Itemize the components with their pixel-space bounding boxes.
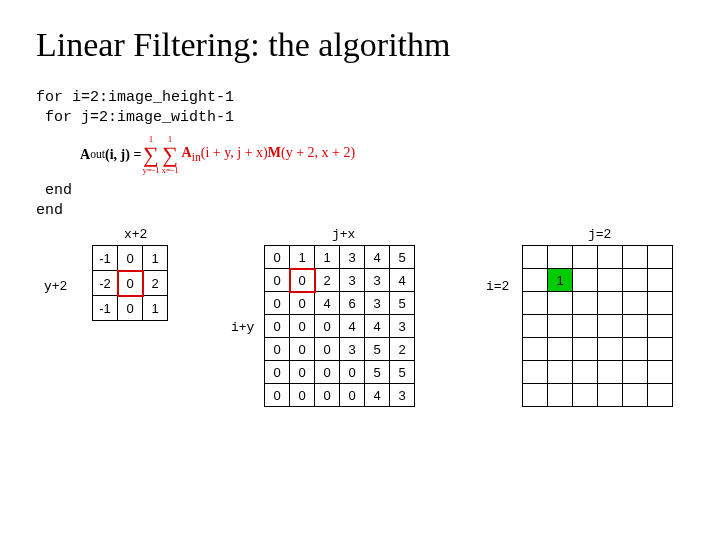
image-cell: 5 — [365, 338, 390, 361]
code-line-4: end — [36, 202, 63, 219]
kernel-cell: 0 — [118, 296, 143, 321]
formula-sums: 1 ∑ y=-1 1 ∑ x=-1 — [141, 135, 179, 175]
output-cell: 1 — [548, 269, 573, 292]
image-cell: 0 — [265, 292, 290, 315]
image-cell: 3 — [340, 338, 365, 361]
formula-rhs: Ain(i + y, j + x)M(y + 2, x + 2) — [182, 145, 356, 164]
label-j-eq-2: j=2 — [588, 227, 611, 242]
rhs-A: A — [182, 145, 192, 160]
output-cell — [648, 361, 673, 384]
code-line-3: end — [36, 182, 72, 199]
image-cell: 4 — [390, 269, 415, 292]
image-cell: 0 — [290, 361, 315, 384]
output-cell — [573, 384, 598, 407]
output-cell — [623, 384, 648, 407]
image-cell: 6 — [340, 292, 365, 315]
image-cell: 0 — [265, 384, 290, 407]
formula: Aout(i, j) = 1 ∑ y=-1 1 ∑ x=-1 Ain(i + y… — [80, 131, 684, 179]
image-cell: 3 — [365, 269, 390, 292]
sum-y-bot: y=-1 — [142, 166, 159, 175]
image-cell: 0 — [265, 338, 290, 361]
image-cell: 0 — [315, 384, 340, 407]
image-cell: 4 — [365, 246, 390, 269]
sum-y: 1 ∑ y=-1 — [142, 135, 159, 175]
image-cell: 0 — [290, 269, 315, 292]
image-cell: 0 — [265, 246, 290, 269]
image-cell: 0 — [290, 384, 315, 407]
output-cell — [548, 361, 573, 384]
output-cell — [548, 292, 573, 315]
kernel-cell: -1 — [93, 296, 118, 321]
output-cell — [648, 315, 673, 338]
code-line-1: for i=2:image_height-1 — [36, 89, 234, 106]
output-cell — [548, 384, 573, 407]
output-cell — [573, 269, 598, 292]
kernel-cell: 1 — [143, 296, 168, 321]
output-cell — [598, 269, 623, 292]
output-cell — [648, 338, 673, 361]
label-y-plus-2: y+2 — [44, 279, 67, 294]
image-cell: 0 — [315, 338, 340, 361]
image-cell: 2 — [390, 338, 415, 361]
output-cell — [598, 384, 623, 407]
kernel-cell: -2 — [93, 271, 118, 296]
output-cell — [623, 292, 648, 315]
output-cell — [573, 292, 598, 315]
slide: Linear Filtering: the algorithm for i=2:… — [0, 0, 720, 540]
output-cell — [523, 269, 548, 292]
output-cell — [623, 338, 648, 361]
output-cell — [648, 269, 673, 292]
label-i-eq-2: i=2 — [486, 279, 509, 294]
image-cell: 3 — [365, 292, 390, 315]
page-title: Linear Filtering: the algorithm — [36, 26, 684, 64]
output-cell — [548, 338, 573, 361]
image-cell: 1 — [290, 246, 315, 269]
image-cell: 0 — [340, 361, 365, 384]
image-cell: 4 — [365, 315, 390, 338]
image-cell: 0 — [340, 384, 365, 407]
output-cell — [598, 361, 623, 384]
kernel-grid: -101-202-101 — [92, 245, 168, 321]
formula-lhs-A: A — [80, 147, 90, 163]
image-cell: 4 — [315, 292, 340, 315]
output-cell — [648, 246, 673, 269]
formula-lhs-sub: out — [90, 148, 105, 161]
output-cell — [598, 315, 623, 338]
kernel-cell: 0 — [118, 271, 143, 296]
output-cell — [623, 246, 648, 269]
image-cell: 0 — [290, 338, 315, 361]
code-block: for i=2:image_height-1 for j=2:image_wid… — [36, 88, 684, 129]
output-cell — [573, 361, 598, 384]
sigma-icon: ∑ — [162, 144, 178, 166]
output-cell — [598, 338, 623, 361]
label-j-plus-x: j+x — [332, 227, 355, 242]
output-cell — [573, 246, 598, 269]
code-line-2: for j=2:image_width-1 — [36, 109, 234, 126]
sum-x-bot: x=-1 — [161, 166, 178, 175]
output-cell — [523, 292, 548, 315]
image-cell: 3 — [390, 384, 415, 407]
diagram-area: x+2 y+2 -101-202-101 j+x i+y 01134500233… — [36, 227, 684, 487]
output-cell — [573, 315, 598, 338]
image-cell: 5 — [390, 246, 415, 269]
output-cell — [523, 384, 548, 407]
image-cell: 5 — [365, 361, 390, 384]
formula-lhs-args: (i, j) = — [105, 147, 141, 163]
output-cell — [648, 292, 673, 315]
image-cell: 0 — [290, 292, 315, 315]
image-cell: 1 — [315, 246, 340, 269]
output-cell — [523, 246, 548, 269]
image-grid: 0113450023340046350004430003520000550000… — [264, 245, 415, 407]
output-cell — [523, 315, 548, 338]
output-cell — [548, 246, 573, 269]
kernel-cell: 1 — [143, 246, 168, 271]
image-cell: 2 — [315, 269, 340, 292]
output-cell — [598, 246, 623, 269]
image-cell: 3 — [340, 269, 365, 292]
image-cell: 5 — [390, 361, 415, 384]
image-cell: 0 — [315, 315, 340, 338]
rhs-M-args: (y + 2, x + 2) — [281, 145, 355, 160]
image-cell: 0 — [265, 269, 290, 292]
output-cell — [523, 338, 548, 361]
sum-x: 1 ∑ x=-1 — [161, 135, 178, 175]
